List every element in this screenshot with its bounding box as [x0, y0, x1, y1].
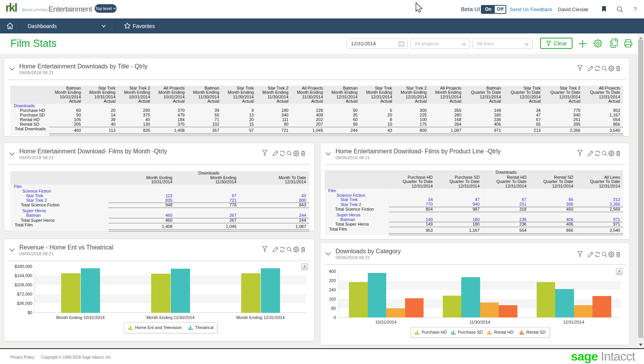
svg-text:21: 21: [400, 43, 403, 46]
